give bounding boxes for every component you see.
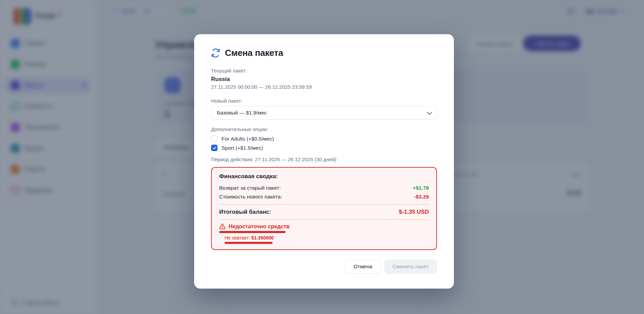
shortage-underline-bar — [225, 242, 273, 244]
current-package-label: Текущий пакет: — [211, 68, 437, 74]
new-package-label: Новый пакет: — [211, 98, 437, 104]
sport-checkbox[interactable] — [211, 145, 217, 151]
total-balance-value: $-1.35 USD — [399, 209, 429, 215]
summary-row-cost: Стоимость нового пакета: -$3.29 — [219, 193, 429, 201]
new-package-select[interactable]: Базовый — $1.9/мес — [211, 106, 437, 120]
cost-value: -$3.29 — [414, 194, 429, 200]
shortage-value: $1.350000 — [251, 235, 274, 240]
option-sport[interactable]: Sport (+$1.5/мес) — [211, 143, 437, 152]
refund-value: +$1.78 — [413, 185, 429, 191]
modal-footer: Отмена Сменить пакет — [211, 259, 437, 274]
for-adults-checkbox[interactable] — [211, 135, 217, 142]
warning-underline-bar — [219, 231, 285, 233]
options-label: Дополнительные опции: — [211, 126, 437, 132]
cancel-button[interactable]: Отмена — [345, 259, 381, 274]
modal-header: Смена пакета — [211, 48, 437, 58]
validity-period-text: Период действия: 27.11.2025 — 26.12.2025… — [211, 156, 437, 162]
option-for-adults[interactable]: For Adults (+$0.5/мес) — [211, 134, 437, 143]
insufficient-funds-warning: Недостаточно средств — [219, 223, 429, 230]
shortage-text: Не хватает: $1.350000 — [225, 235, 429, 240]
summary-row-refund: Возврат за старый пакет: +$1.78 — [219, 184, 429, 192]
warning-triangle-icon — [219, 223, 226, 230]
app-window: TVnet Главная Платежи Пакеты — [0, 0, 644, 314]
summary-divider — [219, 204, 429, 205]
change-package-modal: Смена пакета Текущий пакет: Russia 27.11… — [194, 34, 454, 289]
sync-icon — [211, 48, 220, 58]
current-package-name: Russia — [211, 76, 437, 83]
new-package-selected-value: Базовый — $1.9/мес — [217, 110, 267, 116]
check-icon — [212, 146, 216, 150]
summary-title: Финансовая сводка: — [219, 173, 429, 180]
current-package-period: 27.11.2025 00:00:00 — 26.12.2025 23:59:5… — [211, 84, 437, 90]
change-package-button[interactable]: Сменить пакет — [384, 259, 437, 274]
financial-summary-box: Финансовая сводка: Возврат за старый пак… — [211, 167, 437, 250]
chevron-down-icon — [427, 109, 432, 115]
summary-row-total: Итоговый баланс: $-1.35 USD — [219, 208, 429, 216]
modal-title: Смена пакета — [225, 48, 283, 58]
summary-divider — [219, 219, 429, 220]
